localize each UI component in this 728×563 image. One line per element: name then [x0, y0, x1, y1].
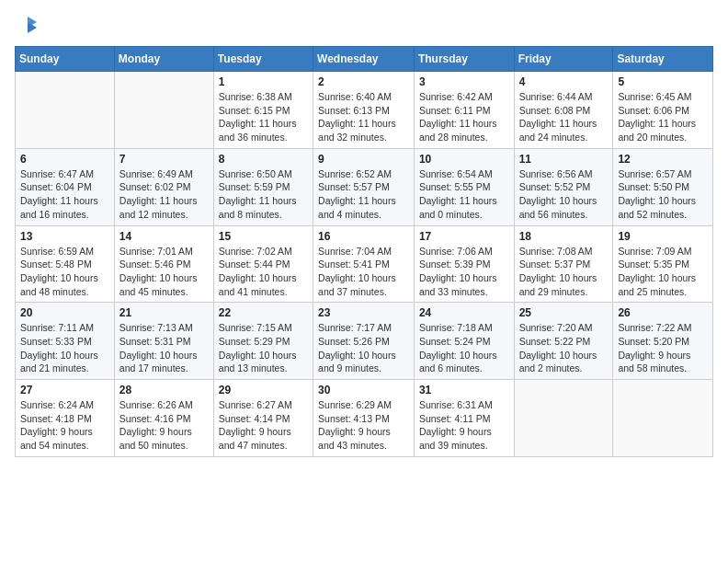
- day-number: 17: [419, 230, 509, 243]
- calendar-cell: 3Sunrise: 6:42 AM Sunset: 6:11 PM Daylig…: [414, 72, 514, 149]
- day-number: 28: [119, 384, 209, 396]
- day-info: Sunrise: 6:42 AM Sunset: 6:11 PM Dayligh…: [419, 90, 509, 144]
- calendar-cell: [16, 72, 115, 149]
- day-number: 2: [318, 75, 409, 88]
- day-info: Sunrise: 7:13 AM Sunset: 5:31 PM Dayligh…: [119, 321, 209, 375]
- calendar-week-row: 27Sunrise: 6:24 AM Sunset: 4:18 PM Dayli…: [16, 380, 713, 457]
- calendar-cell: 29Sunrise: 6:27 AM Sunset: 4:14 PM Dayli…: [213, 380, 313, 457]
- day-info: Sunrise: 6:45 AM Sunset: 6:06 PM Dayligh…: [618, 90, 708, 144]
- day-info: Sunrise: 6:47 AM Sunset: 6:04 PM Dayligh…: [20, 167, 109, 222]
- day-number: 5: [618, 75, 708, 88]
- logo-flag-icon: [17, 15, 39, 37]
- day-number: 26: [618, 306, 708, 319]
- calendar-cell: 19Sunrise: 7:09 AM Sunset: 5:35 PM Dayli…: [613, 225, 713, 303]
- day-info: Sunrise: 7:02 AM Sunset: 5:44 PM Dayligh…: [219, 245, 308, 299]
- weekday-header: Monday: [114, 47, 213, 72]
- day-info: Sunrise: 6:54 AM Sunset: 5:55 PM Dayligh…: [419, 167, 509, 222]
- calendar-cell: 24Sunrise: 7:18 AM Sunset: 5:24 PM Dayli…: [414, 303, 514, 380]
- calendar-cell: 7Sunrise: 6:49 AM Sunset: 6:02 PM Daylig…: [114, 148, 213, 225]
- day-info: Sunrise: 6:38 AM Sunset: 6:15 PM Dayligh…: [219, 90, 308, 144]
- day-number: 9: [318, 153, 409, 166]
- calendar-cell: [114, 72, 213, 149]
- day-number: 10: [419, 153, 509, 166]
- day-info: Sunrise: 6:31 AM Sunset: 4:11 PM Dayligh…: [419, 398, 509, 453]
- calendar-cell: 30Sunrise: 6:29 AM Sunset: 4:13 PM Dayli…: [313, 380, 415, 457]
- weekday-header: Tuesday: [213, 47, 313, 72]
- day-number: 25: [519, 306, 609, 319]
- day-info: Sunrise: 6:56 AM Sunset: 5:52 PM Dayligh…: [519, 167, 609, 222]
- day-info: Sunrise: 6:44 AM Sunset: 6:08 PM Dayligh…: [519, 90, 609, 144]
- day-number: 21: [119, 306, 209, 319]
- day-info: Sunrise: 6:27 AM Sunset: 4:14 PM Dayligh…: [219, 398, 308, 453]
- day-info: Sunrise: 7:09 AM Sunset: 5:35 PM Dayligh…: [618, 245, 708, 299]
- day-number: 1: [219, 75, 308, 88]
- calendar-week-row: 20Sunrise: 7:11 AM Sunset: 5:33 PM Dayli…: [16, 303, 713, 380]
- calendar-cell: [514, 380, 613, 457]
- calendar-table: SundayMondayTuesdayWednesdayThursdayFrid…: [15, 46, 713, 457]
- day-info: Sunrise: 7:22 AM Sunset: 5:20 PM Dayligh…: [618, 321, 708, 375]
- calendar-cell: 8Sunrise: 6:50 AM Sunset: 5:59 PM Daylig…: [213, 148, 313, 225]
- calendar-body: 1Sunrise: 6:38 AM Sunset: 6:15 PM Daylig…: [16, 72, 713, 457]
- calendar-cell: 22Sunrise: 7:15 AM Sunset: 5:29 PM Dayli…: [213, 303, 313, 380]
- day-number: 15: [219, 230, 308, 243]
- day-number: 4: [519, 75, 609, 88]
- day-info: Sunrise: 7:15 AM Sunset: 5:29 PM Dayligh…: [219, 321, 308, 375]
- calendar-cell: 4Sunrise: 6:44 AM Sunset: 6:08 PM Daylig…: [514, 72, 613, 149]
- calendar-cell: 12Sunrise: 6:57 AM Sunset: 5:50 PM Dayli…: [613, 148, 713, 225]
- calendar-cell: 2Sunrise: 6:40 AM Sunset: 6:13 PM Daylig…: [313, 72, 415, 149]
- day-info: Sunrise: 7:18 AM Sunset: 5:24 PM Dayligh…: [419, 321, 509, 375]
- calendar-cell: 23Sunrise: 7:17 AM Sunset: 5:26 PM Dayli…: [313, 303, 415, 380]
- day-info: Sunrise: 6:57 AM Sunset: 5:50 PM Dayligh…: [618, 167, 708, 222]
- calendar-cell: 31Sunrise: 6:31 AM Sunset: 4:11 PM Dayli…: [414, 380, 514, 457]
- day-number: 12: [618, 153, 708, 166]
- calendar-cell: 27Sunrise: 6:24 AM Sunset: 4:18 PM Dayli…: [16, 380, 115, 457]
- calendar-week-row: 13Sunrise: 6:59 AM Sunset: 5:48 PM Dayli…: [16, 225, 713, 303]
- calendar-week-row: 1Sunrise: 6:38 AM Sunset: 6:15 PM Daylig…: [16, 72, 713, 149]
- calendar-cell: 9Sunrise: 6:52 AM Sunset: 5:57 PM Daylig…: [313, 148, 415, 225]
- calendar-cell: 28Sunrise: 6:26 AM Sunset: 4:16 PM Dayli…: [114, 380, 213, 457]
- weekday-header: Saturday: [613, 47, 713, 72]
- calendar-cell: 17Sunrise: 7:06 AM Sunset: 5:39 PM Dayli…: [414, 225, 514, 303]
- day-info: Sunrise: 7:04 AM Sunset: 5:41 PM Dayligh…: [318, 245, 409, 299]
- calendar-cell: 20Sunrise: 7:11 AM Sunset: 5:33 PM Dayli…: [16, 303, 115, 380]
- day-number: 20: [20, 306, 109, 319]
- day-info: Sunrise: 7:20 AM Sunset: 5:22 PM Dayligh…: [519, 321, 609, 375]
- day-info: Sunrise: 6:59 AM Sunset: 5:48 PM Dayligh…: [20, 245, 109, 299]
- day-info: Sunrise: 7:11 AM Sunset: 5:33 PM Dayligh…: [20, 321, 109, 375]
- day-number: 29: [219, 384, 308, 396]
- day-number: 14: [119, 230, 209, 243]
- day-number: 23: [318, 306, 409, 319]
- calendar-cell: [613, 380, 713, 457]
- day-number: 16: [318, 230, 409, 243]
- day-info: Sunrise: 6:29 AM Sunset: 4:13 PM Dayligh…: [318, 398, 409, 453]
- day-info: Sunrise: 7:06 AM Sunset: 5:39 PM Dayligh…: [419, 245, 509, 299]
- calendar-header: SundayMondayTuesdayWednesdayThursdayFrid…: [16, 47, 713, 72]
- day-number: 6: [20, 153, 109, 166]
- day-number: 24: [419, 306, 509, 319]
- day-info: Sunrise: 6:24 AM Sunset: 4:18 PM Dayligh…: [20, 398, 109, 453]
- day-info: Sunrise: 7:01 AM Sunset: 5:46 PM Dayligh…: [119, 245, 209, 299]
- calendar-cell: 15Sunrise: 7:02 AM Sunset: 5:44 PM Dayli…: [213, 225, 313, 303]
- day-number: 18: [519, 230, 609, 243]
- day-info: Sunrise: 6:26 AM Sunset: 4:16 PM Dayligh…: [119, 398, 209, 453]
- day-number: 11: [519, 153, 609, 166]
- day-number: 27: [20, 384, 109, 396]
- day-number: 7: [119, 153, 209, 166]
- day-number: 31: [419, 384, 509, 396]
- calendar-cell: 1Sunrise: 6:38 AM Sunset: 6:15 PM Daylig…: [213, 72, 313, 149]
- day-info: Sunrise: 7:17 AM Sunset: 5:26 PM Dayligh…: [318, 321, 409, 375]
- calendar-week-row: 6Sunrise: 6:47 AM Sunset: 6:04 PM Daylig…: [16, 148, 713, 225]
- calendar-cell: 18Sunrise: 7:08 AM Sunset: 5:37 PM Dayli…: [514, 225, 613, 303]
- day-info: Sunrise: 6:40 AM Sunset: 6:13 PM Dayligh…: [318, 90, 409, 144]
- day-number: 22: [219, 306, 308, 319]
- day-info: Sunrise: 6:50 AM Sunset: 5:59 PM Dayligh…: [219, 167, 308, 222]
- day-number: 8: [219, 153, 308, 166]
- calendar-cell: 14Sunrise: 7:01 AM Sunset: 5:46 PM Dayli…: [114, 225, 213, 303]
- calendar-cell: 25Sunrise: 7:20 AM Sunset: 5:22 PM Dayli…: [514, 303, 613, 380]
- calendar-cell: 16Sunrise: 7:04 AM Sunset: 5:41 PM Dayli…: [313, 225, 415, 303]
- calendar-cell: 6Sunrise: 6:47 AM Sunset: 6:04 PM Daylig…: [16, 148, 115, 225]
- page-header: [15, 15, 713, 37]
- day-number: 30: [318, 384, 409, 396]
- calendar-cell: 13Sunrise: 6:59 AM Sunset: 5:48 PM Dayli…: [16, 225, 115, 303]
- weekday-header: Sunday: [16, 47, 115, 72]
